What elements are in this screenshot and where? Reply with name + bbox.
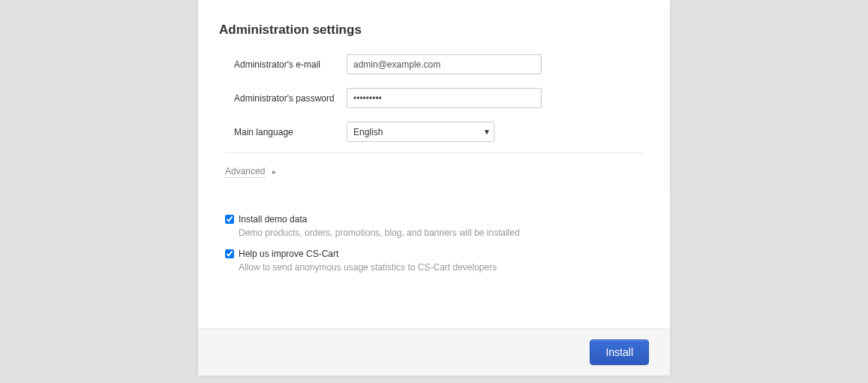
language-label: Main language bbox=[219, 127, 347, 137]
admin-email-input[interactable] bbox=[347, 54, 542, 74]
improve-checkbox[interactable] bbox=[225, 249, 234, 258]
language-select-value: English bbox=[347, 127, 480, 137]
caret-right-icon: ▸ bbox=[272, 167, 276, 176]
divider bbox=[225, 152, 643, 153]
form-row-password: Administrator's password bbox=[219, 88, 649, 108]
form-row-language: Main language English ▼ bbox=[219, 122, 649, 142]
page-title: Administration settings bbox=[219, 23, 649, 38]
check-block-demo: Install demo data Demo products, orders,… bbox=[219, 214, 649, 238]
improve-label: Help us improve CS-Cart bbox=[239, 249, 338, 259]
install-button[interactable]: Install bbox=[590, 339, 649, 365]
email-label: Administrator's e-mail bbox=[219, 59, 347, 70]
install-demo-label: Install demo data bbox=[239, 214, 307, 225]
password-label: Administrator's password bbox=[219, 93, 347, 104]
improve-desc: Allow to send anonymous usage statistics… bbox=[225, 262, 649, 273]
form-row-email: Administrator's e-mail bbox=[219, 54, 649, 74]
install-demo-desc: Demo products, orders, promotions, blog,… bbox=[225, 228, 649, 238]
admin-password-input[interactable] bbox=[347, 88, 542, 108]
check-block-improve: Help us improve CS-Cart Allow to send an… bbox=[219, 249, 649, 273]
language-select[interactable]: English ▼ bbox=[347, 122, 494, 142]
chevron-down-icon: ▼ bbox=[480, 128, 494, 136]
panel-footer: Install bbox=[198, 328, 670, 375]
advanced-toggle[interactable]: Advanced bbox=[225, 166, 265, 178]
install-demo-checkbox[interactable] bbox=[225, 215, 234, 224]
